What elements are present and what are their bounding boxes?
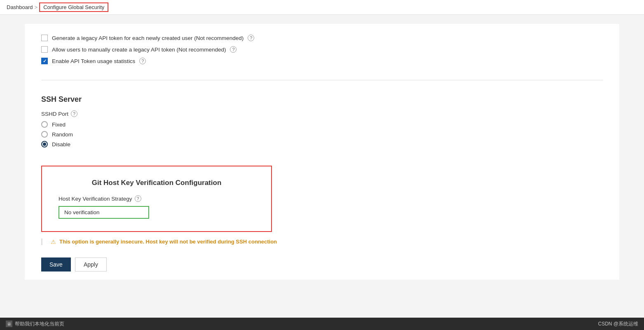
breadcrumb-separator: > bbox=[35, 4, 38, 10]
radio-random[interactable]: Random bbox=[41, 131, 603, 138]
radio-circle-fixed[interactable] bbox=[41, 121, 48, 128]
help-icon-1[interactable]: ? bbox=[248, 35, 254, 41]
git-verification-container: Git Host Key Verification Configuration … bbox=[41, 166, 272, 232]
bottom-left-text: 帮助我们本地化当前页 bbox=[15, 321, 64, 328]
bottom-icon: 🖥 bbox=[6, 321, 12, 327]
radio-label-fixed: Fixed bbox=[52, 122, 66, 128]
warning-message: ⚠ This option is generally insecure. Hos… bbox=[41, 239, 603, 245]
api-token-checkboxes: Generate a legacy API token for each new… bbox=[41, 32, 603, 73]
section-divider-1 bbox=[41, 80, 603, 80]
ssh-server-section: SSH Server SSHD Port ? Fixed Random Disa… bbox=[41, 87, 603, 156]
checkbox-item-3[interactable]: Enable API Token usage statistics ? bbox=[41, 55, 603, 67]
sshd-port-help-icon[interactable]: ? bbox=[71, 110, 77, 117]
checkbox-label-2: Allow users to manually create a legacy … bbox=[52, 47, 226, 53]
sshd-port-radio-group: Fixed Random Disable bbox=[41, 121, 603, 147]
button-row: Save Apply bbox=[41, 257, 603, 271]
help-icon-3[interactable]: ? bbox=[139, 58, 146, 64]
breadcrumb-current: Configure Global Security bbox=[39, 2, 108, 12]
main-content: Generate a legacy API token for each new… bbox=[0, 16, 644, 318]
help-icon-2[interactable]: ? bbox=[230, 46, 237, 53]
bottom-bar: 🖥 帮助我们本地化当前页 CSDN @系统运维 bbox=[0, 318, 644, 330]
verification-select[interactable]: No verification Accept first connection … bbox=[59, 206, 149, 219]
host-key-verification-label: Host Key Verification Strategy ? bbox=[59, 195, 255, 202]
verification-select-wrapper: No verification Accept first connection … bbox=[59, 206, 255, 219]
sshd-port-label: SSHD Port ? bbox=[41, 110, 603, 117]
checkbox-api-statistics[interactable] bbox=[41, 58, 48, 64]
checkbox-label-3: Enable API Token usage statistics bbox=[52, 58, 135, 64]
host-key-help-icon[interactable]: ? bbox=[135, 195, 141, 202]
breadcrumb-bar: Dashboard > Configure Global Security bbox=[0, 0, 644, 15]
radio-label-random: Random bbox=[52, 131, 73, 138]
apply-button[interactable]: Apply bbox=[75, 257, 107, 271]
save-button[interactable]: Save bbox=[41, 257, 71, 271]
checkbox-legacy-generate[interactable] bbox=[41, 35, 48, 41]
checkbox-legacy-manual[interactable] bbox=[41, 46, 48, 53]
ssh-server-title: SSH Server bbox=[41, 95, 603, 104]
radio-disable[interactable]: Disable bbox=[41, 141, 603, 147]
radio-circle-disable[interactable] bbox=[41, 141, 48, 147]
breadcrumb-dashboard[interactable]: Dashboard bbox=[7, 4, 33, 10]
bottom-left: 🖥 帮助我们本地化当前页 bbox=[6, 321, 64, 328]
radio-label-disable: Disable bbox=[52, 141, 70, 147]
radio-circle-random[interactable] bbox=[41, 131, 48, 138]
checkbox-item-2[interactable]: Allow users to manually create a legacy … bbox=[41, 44, 603, 55]
warning-icon: ⚠ bbox=[51, 239, 56, 245]
checkbox-label-1: Generate a legacy API token for each new… bbox=[52, 35, 244, 41]
git-verification-title: Git Host Key Verification Configuration bbox=[59, 179, 255, 187]
checkbox-item-1[interactable]: Generate a legacy API token for each new… bbox=[41, 32, 603, 44]
warning-text: This option is generally insecure. Host … bbox=[59, 239, 277, 245]
radio-fixed[interactable]: Fixed bbox=[41, 121, 603, 128]
content-wrapper: Generate a legacy API token for each new… bbox=[25, 24, 619, 280]
bottom-right-text: CSDN @系统运维 bbox=[598, 321, 638, 328]
